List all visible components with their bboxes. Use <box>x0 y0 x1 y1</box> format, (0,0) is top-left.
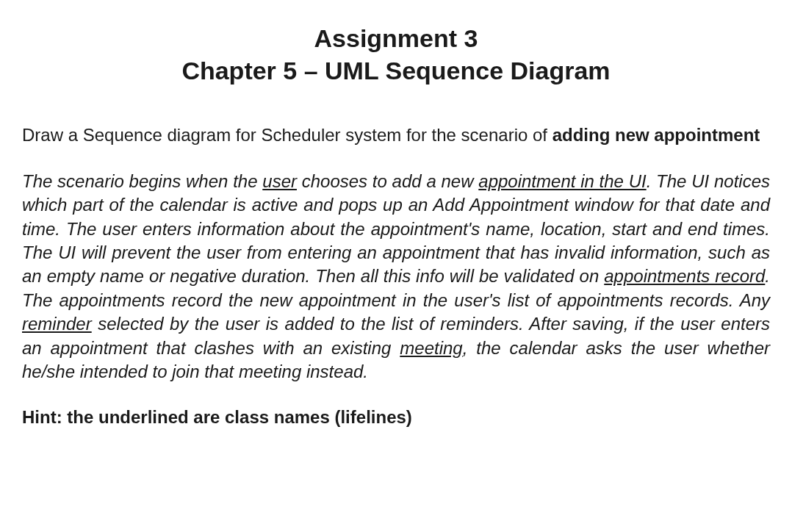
intro-bold: adding new appointment <box>552 125 760 145</box>
scenario-text-2: chooses to add a new <box>297 171 478 191</box>
class-user: user <box>262 171 297 191</box>
assignment-title: Assignment 3 <box>22 22 770 54</box>
intro-text: Draw a Sequence diagram for Scheduler sy… <box>22 125 552 145</box>
hint-paragraph: Hint: the underlined are class names (li… <box>22 406 770 429</box>
class-meeting: meeting <box>400 338 462 358</box>
class-reminder: reminder <box>22 314 92 334</box>
class-appointments-record: appointments record <box>604 266 765 286</box>
title-block: Assignment 3 Chapter 5 – UML Sequence Di… <box>22 22 770 87</box>
scenario-paragraph: The scenario begins when the user choose… <box>22 170 770 384</box>
class-appointment-ui: appointment in the UI <box>478 171 646 191</box>
chapter-title: Chapter 5 – UML Sequence Diagram <box>22 54 770 87</box>
scenario-text-1: The scenario begins when the <box>22 171 262 191</box>
intro-paragraph: Draw a Sequence diagram for Scheduler sy… <box>22 123 770 147</box>
